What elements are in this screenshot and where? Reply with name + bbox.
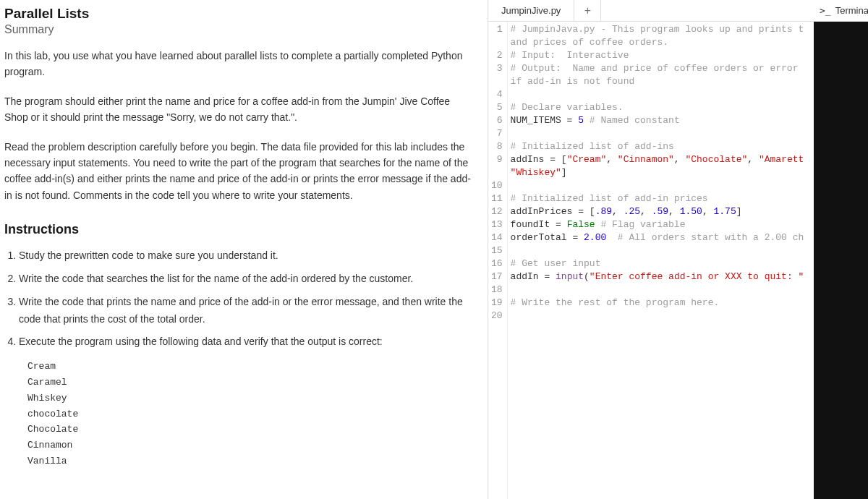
instructions-panel: Parallel Lists Summary In this lab, you …: [0, 0, 488, 499]
test-data-line: chocolate: [27, 407, 473, 422]
code-content[interactable]: # JumpinJava.py - This program looks up …: [508, 22, 814, 499]
summary-p1: In this lab, you use what you have learn…: [4, 48, 473, 80]
lab-title: Parallel Lists: [4, 6, 473, 22]
instruction-step: Execute the program using the following …: [19, 333, 473, 351]
test-data-line: Cinnamon: [27, 438, 473, 453]
terminal-icon: >_: [820, 5, 831, 16]
new-tab-button[interactable]: +: [574, 0, 601, 21]
test-data-line: Cream: [27, 359, 473, 375]
editor-tabs: JumpinJive.py +: [488, 0, 814, 22]
test-data-line: Chocolate: [27, 422, 473, 438]
instructions-heading: Instructions: [4, 222, 473, 237]
line-gutter: 1234567891011121314151617181920: [488, 22, 508, 499]
terminal-panel: >_ Terminal: [814, 0, 868, 499]
instruction-step: Study the prewritten code to make sure y…: [19, 247, 473, 265]
summary-p3: Read the problem description carefully b…: [4, 139, 473, 204]
test-data-line: Vanilla: [27, 454, 473, 469]
test-data-line: Caramel: [27, 375, 473, 391]
terminal-body[interactable]: [814, 22, 868, 499]
code-editor[interactable]: 1234567891011121314151617181920 # Jumpin…: [488, 22, 814, 499]
summary-p2: The program should either print the name…: [4, 93, 473, 126]
summary-heading: Summary: [4, 23, 473, 36]
terminal-label: Terminal: [835, 5, 868, 16]
test-data-block: Cream Caramel Whiskey chocolate Chocolat…: [27, 359, 473, 469]
instruction-step: Write the code that searches the list fo…: [19, 270, 473, 288]
terminal-tab[interactable]: >_ Terminal: [814, 0, 868, 22]
instructions-list: Study the prewritten code to make sure y…: [4, 247, 473, 351]
test-data-line: Whiskey: [27, 391, 473, 406]
instruction-step: Write the code that prints the name and …: [19, 294, 473, 328]
editor-panel: JumpinJive.py + 123456789101112131415161…: [488, 0, 814, 499]
file-tab[interactable]: JumpinJive.py: [488, 0, 574, 21]
